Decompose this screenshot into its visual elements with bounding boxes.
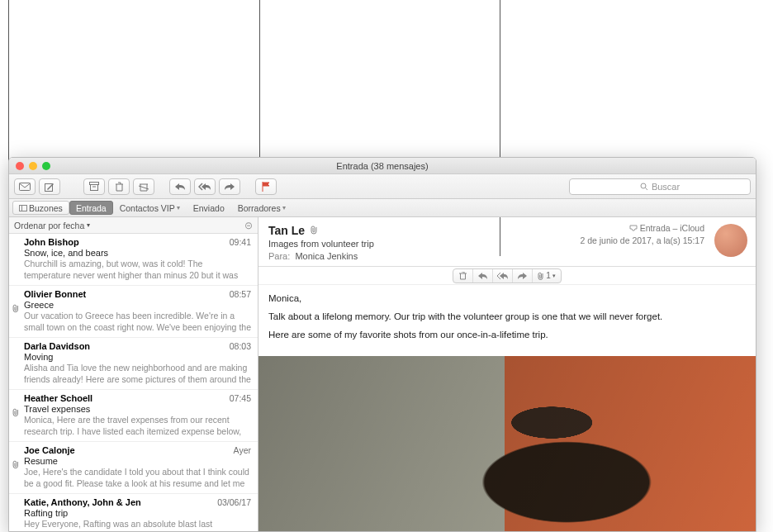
avatar[interactable] [714, 224, 747, 257]
sender-name: John Bishop [24, 237, 79, 247]
body-p2: Here are some of my favorite shots from … [268, 330, 746, 340]
mini-forward-button[interactable] [513, 269, 533, 283]
message-subject: Greece [24, 300, 251, 310]
message-time: 09:41 [230, 237, 251, 247]
svg-rect-3 [91, 185, 98, 191]
junk-button[interactable] [133, 178, 154, 195]
message-preview: Joe, Here's the candidate I told you abo… [24, 467, 251, 488]
archive-button[interactable] [83, 178, 105, 195]
message-preview: Alisha and Tia love the new neighborhood… [24, 363, 251, 384]
sender-name: Olivier Bonnet [24, 289, 86, 299]
message-row[interactable]: John Bishop09:41Snow, ice, and bearsChur… [9, 234, 258, 286]
window-title: Entrada (38 mensajes) [9, 161, 756, 171]
fav-vip[interactable]: Contactos VIP▾ [113, 201, 187, 215]
attachment-icon [538, 272, 544, 280]
chevron-down-icon: ▾ [87, 221, 90, 229]
message-action-bar: 1 ▾ [258, 267, 756, 285]
reply-button[interactable] [169, 178, 191, 195]
to-name[interactable]: Monica Jenkins [295, 251, 358, 261]
inbox-icon [629, 225, 638, 232]
attachment-icon [12, 460, 20, 469]
message-subject: Rafting trip [24, 508, 251, 518]
message-preview: Hey Everyone, Rafting was an absolute bl… [24, 519, 251, 531]
message-list-pane: Ordenar por fecha ▾ ⊝ John Bishop09:41Sn… [9, 217, 258, 531]
filter-icon[interactable]: ⊝ [244, 220, 253, 231]
fav-drafts[interactable]: Borradores▾ [231, 201, 292, 215]
message-subject: Resume [24, 456, 251, 466]
message-row[interactable]: Katie, Anthony, John & Jen03/06/17Raftin… [9, 494, 258, 531]
chevron-down-icon: ▾ [177, 204, 180, 211]
flag-button[interactable] [255, 178, 277, 195]
sort-label: Ordenar por fecha [14, 221, 84, 230]
sender-name: Katie, Anthony, John & Jen [24, 497, 141, 507]
message-row[interactable]: Darla Davidson08:03MovingAlisha and Tia … [9, 338, 258, 390]
search-field[interactable]: Buscar [569, 178, 751, 195]
message-date: 2 de junio de 2017, a la(s) 15:17 [580, 235, 704, 245]
message-time: 07:45 [230, 393, 251, 403]
message-time: 08:03 [230, 341, 251, 351]
get-mail-button[interactable] [14, 178, 36, 195]
mail-window: Entrada (38 mensajes) [8, 157, 756, 532]
sender-name: Heather Schoell [24, 393, 92, 403]
message-subject: Snow, ice, and bears [24, 248, 251, 258]
delete-button[interactable] [108, 178, 130, 195]
favorites-bar: Buzones Entrada Contactos VIP▾ Enviado B… [9, 199, 756, 217]
attachment-icon [12, 408, 20, 417]
mini-reply-all-button[interactable] [493, 269, 513, 283]
message-preview: Monica, Here are the travel expenses fro… [24, 415, 251, 436]
message-body: Monica, Talk about a lifelong memory. Ou… [258, 285, 756, 356]
svg-line-6 [645, 188, 647, 190]
message-row[interactable]: Heather Schoell07:45Travel expensesMonic… [9, 390, 258, 442]
reply-all-button[interactable] [194, 178, 216, 195]
message-header: Tan Le Images from volunteer trip Para: … [258, 217, 756, 267]
message-preview-pane: Tan Le Images from volunteer trip Para: … [258, 217, 756, 531]
mini-reply-button[interactable] [473, 269, 493, 283]
toolbar: Buscar [9, 174, 756, 199]
search-icon [640, 183, 648, 191]
sort-bar[interactable]: Ordenar por fecha ▾ ⊝ [9, 217, 258, 234]
mini-delete-button[interactable] [453, 269, 473, 283]
message-subject: Travel expenses [24, 404, 251, 414]
chevron-down-icon: ▾ [282, 204, 286, 211]
mini-attachments-button[interactable]: 1 ▾ [533, 269, 561, 283]
titlebar: Entrada (38 mensajes) [9, 158, 756, 174]
mailbox-indicator[interactable]: Entrada – iCloud [629, 223, 704, 233]
message-subject: Moving [24, 352, 251, 362]
sender-name: Joe Calonje [24, 445, 75, 455]
attached-image[interactable] [258, 356, 756, 531]
message-time: 03/06/17 [217, 497, 251, 507]
attachment-icon [311, 226, 319, 237]
search-placeholder: Buscar [652, 182, 680, 192]
message-row[interactable]: Olivier Bonnet08:57GreeceOur vacation to… [9, 286, 258, 338]
svg-rect-0 [20, 183, 31, 190]
message-preview: Churchill is amazing, but wow, was it co… [24, 259, 251, 280]
message-time: Ayer [234, 445, 251, 455]
compose-button[interactable] [39, 178, 60, 195]
sidebar-icon [19, 205, 27, 211]
forward-button[interactable] [219, 178, 240, 195]
message-preview: Our vacation to Greece has been incredib… [24, 311, 251, 332]
body-greeting: Monica, [268, 293, 746, 303]
message-row[interactable]: Joe CalonjeAyerResumeJoe, Here's the can… [9, 442, 258, 494]
svg-point-5 [641, 183, 646, 188]
message-time: 08:57 [230, 289, 251, 299]
fav-inbox[interactable]: Entrada [69, 201, 113, 215]
to-label: Para: [268, 251, 290, 261]
mailboxes-button[interactable]: Buzones [12, 201, 69, 215]
sender-name: Darla Davidson [24, 341, 90, 351]
body-p1: Talk about a lifelong memory. Our trip w… [268, 311, 746, 321]
fav-sent[interactable]: Enviado [187, 201, 231, 215]
chevron-down-icon: ▾ [552, 273, 556, 279]
svg-rect-7 [20, 205, 27, 211]
attachment-icon [12, 304, 20, 313]
from-name: Tan Le [268, 224, 305, 237]
